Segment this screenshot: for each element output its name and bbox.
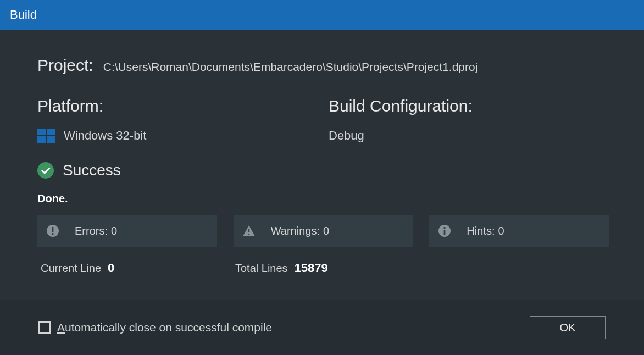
current-line-item: Current Line 0: [41, 261, 235, 275]
svg-rect-7: [444, 227, 446, 229]
auto-close-label: Automatically close on successful compil…: [57, 321, 272, 334]
info-columns: Platform: Windows 32-bit Build Configura…: [37, 97, 609, 143]
status-text: Success: [63, 162, 121, 179]
titlebar: Build: [0, 0, 644, 30]
errors-box[interactable]: Errors: 0: [37, 215, 217, 247]
svg-rect-3: [52, 233, 54, 235]
windows-icon: [37, 129, 55, 143]
svg-rect-5: [248, 234, 249, 235]
success-check-icon: [37, 162, 54, 179]
done-text: Done.: [37, 192, 609, 205]
buildconfig-value: Debug: [329, 129, 620, 143]
dialog-footer: Automatically close on successful compil…: [0, 300, 644, 355]
auto-close-checkbox[interactable]: Automatically close on successful compil…: [38, 321, 272, 334]
total-lines-label: Total Lines: [235, 262, 288, 275]
ok-button[interactable]: OK: [530, 316, 606, 339]
status-row: Success: [37, 162, 609, 179]
platform-column: Platform: Windows 32-bit: [37, 97, 329, 143]
buildconfig-heading: Build Configuration:: [329, 97, 620, 115]
lines-row: Current Line 0 Total Lines 15879: [37, 261, 609, 275]
svg-rect-4: [248, 229, 249, 232]
warnings-label: Warnings:: [271, 225, 320, 237]
svg-point-0: [37, 162, 54, 179]
current-line-value: 0: [108, 261, 114, 275]
project-row: Project: C:\Users\Roman\Documents\Embarc…: [37, 56, 609, 75]
total-lines-value: 15879: [295, 261, 328, 275]
svg-rect-8: [444, 230, 446, 235]
info-icon: [438, 224, 451, 237]
errors-label: Errors:: [75, 225, 108, 237]
hints-box[interactable]: Hints: 0: [429, 215, 609, 247]
project-path: C:\Users\Roman\Documents\Embarcadero\Stu…: [103, 60, 478, 74]
window-title: Build: [10, 8, 37, 22]
current-line-label: Current Line: [41, 262, 101, 275]
hints-label: Hints:: [467, 225, 495, 237]
checkbox-box[interactable]: [38, 321, 51, 334]
platform-value: Windows 32-bit: [64, 129, 146, 143]
platform-value-row: Windows 32-bit: [37, 129, 329, 143]
warnings-box[interactable]: Warnings: 0: [234, 215, 413, 247]
total-lines-item: Total Lines 15879: [235, 261, 328, 275]
hints-value: 0: [498, 225, 504, 237]
platform-heading: Platform:: [37, 97, 329, 115]
warnings-value: 0: [323, 225, 329, 237]
dialog-content: Project: C:\Users\Roman\Documents\Embarc…: [0, 30, 644, 300]
warning-icon: [242, 224, 256, 237]
project-label: Project:: [37, 56, 93, 75]
stats-row: Errors: 0 Warnings: 0 Hints: 0: [37, 215, 609, 247]
error-icon: [46, 224, 59, 237]
svg-rect-2: [52, 227, 54, 232]
buildconfig-column: Build Configuration: Debug: [329, 97, 620, 143]
errors-value: 0: [111, 225, 117, 237]
